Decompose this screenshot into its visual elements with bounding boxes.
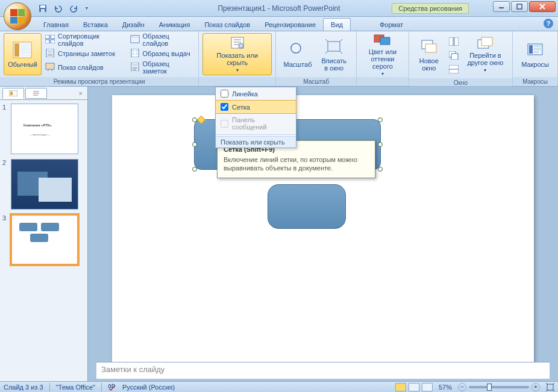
undo-button[interactable] (52, 2, 65, 15)
tab-animation[interactable]: Анимация (152, 19, 198, 31)
svg-rect-32 (133, 64, 137, 66)
tab-slideshow[interactable]: Показ слайдов (197, 19, 257, 31)
normal-view-button[interactable]: Обычный (4, 33, 42, 75)
zoom-button[interactable]: Масштаб (280, 33, 315, 75)
close-button[interactable] (529, 1, 556, 12)
tab-home[interactable]: Главная (36, 19, 76, 31)
thumbnail-1[interactable]: Компания «РТК»— презентация — (11, 104, 78, 154)
svg-rect-25 (132, 39, 138, 42)
theme-name[interactable]: "Тема Office" (56, 384, 95, 391)
titlebar: ▾ Презентация1 - Microsoft PowerPoint Ср… (0, 0, 558, 17)
tab-insert[interactable]: Вставка (76, 19, 115, 31)
resize-handle-nw[interactable] (192, 117, 197, 122)
normal-view-icon (13, 40, 32, 60)
resize-handle-se[interactable] (378, 167, 383, 172)
zoom-slider[interactable] (469, 386, 529, 388)
show-hide-button[interactable]: Показать или скрыть▾ (202, 33, 272, 75)
thumbnail-2[interactable] (11, 159, 78, 210)
fit-window-button[interactable]: Вписать в окно (315, 33, 353, 75)
svg-text:ab: ab (108, 384, 115, 389)
resize-handle-w[interactable] (192, 142, 197, 147)
slideshow-status-button[interactable] (422, 383, 433, 391)
qat-customize-button[interactable]: ▾ (83, 2, 90, 15)
zoom-slider-thumb[interactable] (487, 384, 492, 391)
office-button[interactable] (4, 2, 31, 30)
svg-rect-20 (46, 63, 54, 69)
svg-rect-30 (136, 53, 137, 55)
color-grayscale-button[interactable]: Цвет или оттенки серого▾ (360, 33, 405, 75)
spellcheck-icon[interactable]: ab (108, 384, 116, 391)
grid-toggle[interactable]: Сетка (215, 100, 296, 114)
redo-button[interactable] (67, 2, 81, 15)
notes-master-button[interactable]: Образец заметок (127, 61, 195, 74)
thumbnails: 1Компания «РТК»— презентация — 2 3 (0, 100, 87, 381)
cascade-button[interactable] (445, 49, 462, 63)
chevron-down-icon: ▾ (236, 67, 239, 73)
tab-format[interactable]: Формат (372, 19, 410, 31)
minimize-button[interactable] (493, 1, 510, 12)
notes-pane[interactable]: Заметки к слайду (96, 362, 550, 379)
color-icon (373, 33, 392, 47)
slides-tab[interactable] (2, 88, 24, 99)
slide-sorter-button[interactable]: Сортировщик слайдов (42, 33, 124, 46)
fit-to-window-status-button[interactable] (546, 383, 554, 391)
switch-window-button[interactable]: Перейти в другое окно▾ (462, 33, 509, 75)
adjust-handle[interactable] (197, 116, 205, 124)
panel-close-button[interactable]: × (77, 90, 85, 97)
slide-master-button[interactable]: Образец слайдов (127, 33, 195, 46)
slide[interactable] (112, 95, 534, 362)
grid-checkbox[interactable] (221, 103, 228, 111)
resize-handle-ne[interactable] (378, 117, 383, 122)
new-window-button[interactable]: Новое окно (413, 33, 445, 75)
quick-access-toolbar: ▾ (36, 0, 90, 16)
resize-handle-e[interactable] (378, 142, 383, 147)
svg-rect-29 (133, 53, 134, 55)
arrange-all-button[interactable] (445, 36, 462, 49)
svg-point-37 (239, 43, 243, 48)
outline-tab[interactable] (25, 88, 47, 99)
tab-review[interactable]: Рецензирование (257, 19, 323, 31)
maximize-button[interactable] (511, 1, 528, 12)
thumbnail-3[interactable] (11, 214, 78, 265)
slide-counter[interactable]: Слайд 3 из 3 (4, 384, 43, 391)
ribbon-tabs: Главная Вставка Дизайн Анимация Показ сл… (0, 17, 558, 31)
statusbar: Слайд 3 из 3 "Тема Office" ab Русский (Р… (0, 381, 558, 392)
office-logo-icon (10, 9, 25, 23)
svg-rect-56 (534, 48, 541, 50)
normal-view-status-button[interactable] (395, 383, 406, 391)
zoom-in-button[interactable]: + (531, 383, 540, 391)
group-label-views: Режимы просмотра презентации (0, 77, 198, 86)
svg-rect-42 (380, 37, 390, 45)
arrange-icon (449, 37, 459, 47)
handout-master-button[interactable]: Образец выдач (127, 47, 195, 60)
svg-rect-1 (40, 5, 45, 8)
macros-icon (525, 40, 545, 60)
macros-button[interactable]: Макросы (516, 33, 554, 75)
svg-rect-52 (481, 37, 492, 46)
svg-rect-26 (131, 49, 139, 57)
zoom-out-button[interactable]: − (458, 383, 466, 391)
save-button[interactable] (36, 2, 49, 15)
zoom-level[interactable]: 57% (439, 384, 452, 391)
ruler-checkbox[interactable] (221, 90, 228, 98)
notes-page-button[interactable]: Страницы заметок (42, 47, 124, 60)
slideshow-button[interactable]: Показ слайдов (42, 61, 124, 74)
resize-handle-sw[interactable] (192, 167, 197, 172)
show-hide-dropdown: Линейка Сетка Панель сообщений Показать … (215, 87, 296, 148)
slide-canvas[interactable] (88, 87, 558, 362)
save-icon (39, 4, 47, 13)
panel-tabs: × (0, 87, 87, 100)
shape-2[interactable] (268, 184, 346, 229)
message-bar-toggle[interactable]: Панель сообщений (216, 114, 296, 133)
group-zoom: Масштаб Вписать в окно Масштаб (276, 31, 357, 86)
canvas-area: Заметки к слайду (88, 87, 558, 381)
language-indicator[interactable]: Русский (Россия) (122, 384, 175, 391)
sorter-view-status-button[interactable] (409, 383, 419, 391)
move-split-button[interactable] (445, 63, 462, 76)
help-button[interactable]: ? (544, 19, 553, 28)
zoom-icon (288, 40, 307, 60)
ruler-toggle[interactable]: Линейка (216, 87, 296, 100)
tab-design[interactable]: Дизайн (115, 19, 152, 31)
dropdown-footer: Показать или скрыть (216, 136, 296, 148)
tab-view[interactable]: Вид (323, 18, 351, 31)
